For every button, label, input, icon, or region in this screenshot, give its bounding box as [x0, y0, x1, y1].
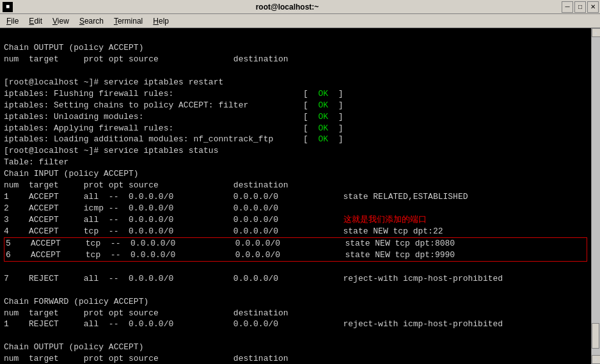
window-title: root@localhost:~ [13, 3, 562, 12]
menu-edit[interactable]: Edit [24, 15, 47, 27]
scroll-track[interactable] [592, 37, 600, 355]
menu-file[interactable]: File [1, 15, 24, 27]
close-button[interactable]: ✕ [587, 1, 599, 13]
scroll-up-button[interactable]: ▲ [592, 28, 601, 37]
line-chain-output-1: Chain OUTPUT (policy ACCEPT) num target … [4, 43, 468, 225]
menu-bar: File Edit View Search Terminal Help [0, 14, 600, 28]
scroll-down-button[interactable]: ▼ [592, 355, 601, 364]
menu-help[interactable]: Help [148, 15, 174, 27]
title-bar: ■ root@localhost:~ ─ □ ✕ [0, 0, 600, 14]
line-4: 4 ACCEPT tcp -- 0.0.0.0/0 0.0.0.0/0 stat… [4, 226, 443, 236]
menu-terminal[interactable]: Terminal [109, 15, 148, 27]
highlighted-rows: 5 ACCEPT tcp -- 0.0.0.0/0 0.0.0.0/0 stat… [4, 237, 587, 262]
menu-search[interactable]: Search [74, 15, 109, 27]
menu-view[interactable]: View [47, 15, 74, 27]
scroll-thumb[interactable] [592, 323, 599, 349]
minimize-button[interactable]: ─ [562, 1, 573, 13]
line-7: 7 REJECT all -- 0.0.0.0/0 0.0.0.0/0 reje… [4, 274, 503, 364]
title-bar-left: ■ [0, 2, 13, 12]
terminal-window[interactable]: Chain OUTPUT (policy ACCEPT) num target … [0, 28, 600, 364]
maximize-button[interactable]: □ [574, 1, 586, 13]
window-controls: ─ □ ✕ [562, 1, 600, 13]
terminal-icon: ■ [3, 2, 13, 12]
scrollbar[interactable]: ▲ ▼ [591, 28, 600, 364]
terminal-content-wrapper: Chain OUTPUT (policy ACCEPT) num target … [0, 28, 591, 364]
terminal-output[interactable]: Chain OUTPUT (policy ACCEPT) num target … [0, 28, 591, 364]
